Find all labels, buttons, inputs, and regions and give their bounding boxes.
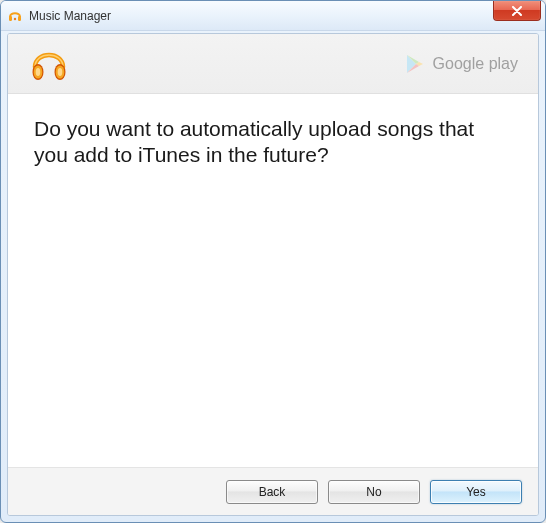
window-title: Music Manager xyxy=(29,9,111,23)
google-play-icon xyxy=(403,52,427,76)
headphones-icon xyxy=(28,43,70,85)
no-button[interactable]: No xyxy=(328,480,420,504)
header-band: Google play xyxy=(8,34,538,94)
button-bar: Back No Yes xyxy=(8,467,538,515)
back-button[interactable]: Back xyxy=(226,480,318,504)
svg-point-8 xyxy=(58,68,63,76)
svg-point-5 xyxy=(36,68,41,76)
app-headphones-icon xyxy=(7,8,23,24)
yes-button[interactable]: Yes xyxy=(430,480,522,504)
svg-rect-0 xyxy=(9,16,12,21)
svg-rect-1 xyxy=(18,16,21,21)
content-frame: Google play Do you want to automatically… xyxy=(7,33,539,516)
brand: Google play xyxy=(403,52,518,76)
svg-point-2 xyxy=(14,17,16,19)
question-text: Do you want to automatically upload song… xyxy=(34,116,512,169)
titlebar: Music Manager xyxy=(1,1,545,31)
close-icon xyxy=(511,2,523,20)
body-area: Do you want to automatically upload song… xyxy=(8,94,538,467)
dialog-window: Music Manager xyxy=(0,0,546,523)
close-button[interactable] xyxy=(493,1,541,21)
brand-label: Google play xyxy=(433,55,518,73)
